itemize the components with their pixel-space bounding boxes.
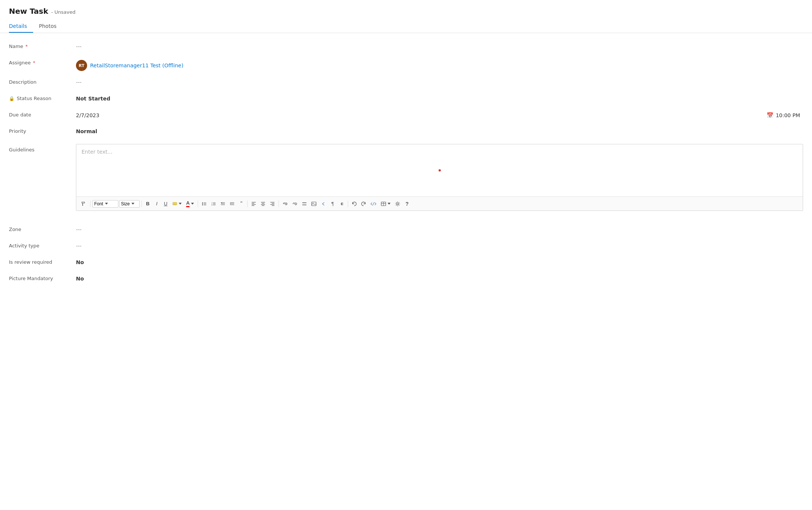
- unlink-icon: [292, 202, 297, 206]
- assignee-name[interactable]: RetailStoremanager11 Test (Offline): [90, 62, 184, 68]
- svg-rect-10: [213, 203, 216, 203]
- horizontal-rule-icon: [302, 202, 307, 206]
- unordered-list-button[interactable]: [200, 200, 208, 207]
- toolbar-separator-2: [141, 201, 142, 207]
- settings-button[interactable]: [393, 200, 402, 208]
- svg-rect-24: [262, 203, 264, 203]
- svg-rect-21: [252, 204, 256, 205]
- align-left-button[interactable]: [249, 200, 258, 207]
- insert-link-button[interactable]: [281, 201, 290, 207]
- blockquote-icon: “: [241, 201, 242, 207]
- svg-rect-20: [252, 203, 254, 203]
- calendar-icon: 📅: [767, 112, 774, 119]
- description-label: Description: [9, 78, 76, 85]
- is-review-required-value[interactable]: No: [76, 259, 803, 265]
- due-date-value-container: 2/7/2023 📅 10:00 PM: [76, 111, 803, 119]
- editor-dot: [439, 169, 441, 171]
- source-code-button[interactable]: [369, 201, 378, 207]
- section-gap: [9, 215, 803, 222]
- svg-text:3.: 3.: [211, 204, 213, 206]
- arrow-left-button[interactable]: [319, 201, 328, 207]
- source-code-icon: [370, 202, 376, 206]
- bold-button[interactable]: B: [144, 200, 152, 208]
- align-center-button[interactable]: [259, 200, 267, 207]
- description-row: Description ---: [9, 75, 803, 91]
- end-paragraph-button[interactable]: [337, 201, 346, 207]
- assignee-label: Assignee *: [9, 59, 76, 65]
- insert-table-icon: [381, 202, 386, 206]
- undo-button[interactable]: [350, 200, 359, 207]
- highlight-chevron-icon: [179, 203, 182, 205]
- svg-rect-13: [221, 202, 225, 203]
- toolbar-separator-1: [90, 201, 90, 207]
- redo-icon: [361, 201, 366, 206]
- guidelines-label: Guidelines: [9, 144, 76, 153]
- svg-rect-29: [270, 204, 274, 205]
- align-right-icon: [270, 201, 275, 206]
- horizontal-rule-button[interactable]: [300, 201, 309, 207]
- editor-placeholder: Enter text...: [82, 149, 112, 155]
- italic-button[interactable]: I: [153, 200, 161, 208]
- align-center-icon: [261, 201, 265, 206]
- svg-rect-28: [272, 203, 274, 203]
- tab-bar: Details Photos: [9, 20, 803, 33]
- align-right-button[interactable]: [268, 200, 277, 207]
- status-reason-value[interactable]: Not Started: [76, 95, 803, 102]
- svg-rect-16: [230, 202, 234, 203]
- arrow-left-icon: [321, 202, 326, 206]
- indent-button[interactable]: [228, 200, 236, 207]
- redo-button[interactable]: [359, 200, 368, 207]
- svg-rect-23: [261, 202, 265, 202]
- settings-icon: [395, 201, 400, 206]
- due-time-value[interactable]: 10:00 PM: [776, 112, 800, 118]
- tab-photos[interactable]: Photos: [33, 20, 63, 33]
- svg-rect-34: [312, 202, 316, 206]
- insert-table-button[interactable]: [379, 201, 392, 207]
- size-select[interactable]: Size: [119, 200, 140, 208]
- description-value[interactable]: ---: [76, 78, 803, 85]
- end-paragraph-icon: [339, 202, 344, 206]
- ordered-list-button[interactable]: 1. 2. 3.: [209, 200, 218, 207]
- help-button[interactable]: ?: [403, 200, 411, 208]
- svg-rect-15: [221, 205, 225, 205]
- font-select[interactable]: Font: [92, 200, 118, 208]
- font-select-label: Font: [94, 201, 103, 206]
- due-date-value[interactable]: 2/7/2023: [76, 112, 767, 118]
- priority-row: Priority Normal: [9, 124, 803, 140]
- highlight-button[interactable]: [171, 200, 184, 207]
- picture-mandatory-value[interactable]: No: [76, 275, 803, 282]
- svg-rect-5: [204, 204, 206, 204]
- page-title: New Task: [9, 7, 48, 16]
- toolbar-separator-3: [198, 201, 198, 207]
- activity-type-row: Activity type ---: [9, 238, 803, 255]
- svg-rect-22: [252, 205, 254, 206]
- page-header: New Task - Unsaved Details Photos: [0, 0, 812, 33]
- toolbar-separator-4: [247, 201, 248, 207]
- svg-point-2: [202, 203, 203, 204]
- size-chevron-icon: [131, 203, 134, 205]
- font-color-button[interactable]: A: [184, 199, 196, 208]
- editor-content[interactable]: Enter text...: [76, 144, 803, 196]
- ordered-list-icon: 1. 2. 3.: [211, 201, 216, 206]
- svg-rect-25: [261, 204, 265, 205]
- page-subtitle: - Unsaved: [51, 9, 76, 15]
- status-reason-row: 🔒 Status Reason Not Started: [9, 91, 803, 108]
- activity-type-value[interactable]: ---: [76, 242, 803, 249]
- outdent-button[interactable]: [219, 200, 227, 207]
- unlink-button[interactable]: [290, 201, 299, 207]
- zone-value[interactable]: ---: [76, 226, 803, 232]
- paragraph-icon: ¶: [331, 201, 334, 206]
- blockquote-button[interactable]: “: [237, 199, 245, 208]
- tab-details[interactable]: Details: [9, 20, 33, 33]
- insert-image-button[interactable]: [309, 201, 318, 207]
- priority-value[interactable]: Normal: [76, 128, 803, 134]
- table-chevron-icon: [388, 203, 391, 205]
- paragraph-button[interactable]: ¶: [328, 200, 337, 208]
- help-icon: ?: [405, 201, 409, 207]
- format-painter-button[interactable]: [79, 200, 88, 208]
- underline-button[interactable]: U: [162, 200, 170, 208]
- indent-icon: [230, 201, 235, 206]
- name-label: Name *: [9, 43, 76, 49]
- name-value[interactable]: ---: [76, 43, 803, 49]
- insert-image-icon: [311, 202, 316, 206]
